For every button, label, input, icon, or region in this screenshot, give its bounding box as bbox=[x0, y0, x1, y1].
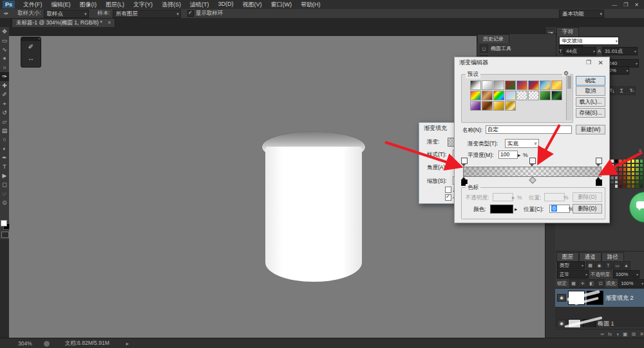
blend-mode-dropdown[interactable]: 正常 bbox=[557, 270, 589, 279]
arrows-widget-icon[interactable]: ↔ bbox=[21, 53, 41, 64]
stop-color-arrow[interactable]: ▸ bbox=[515, 206, 517, 212]
gradient-preset-swatch[interactable] bbox=[482, 101, 493, 111]
layers-bottom-icon[interactable]: ✕ bbox=[639, 331, 644, 337]
menu-item[interactable]: 视图(V) bbox=[238, 1, 267, 9]
tool-brush[interactable]: ✐ bbox=[0, 90, 9, 99]
status-chevron-icon[interactable]: ▸ bbox=[126, 340, 129, 347]
lock-icon[interactable]: ✛ bbox=[578, 279, 587, 288]
font-family-field[interactable]: 华文琥珀 bbox=[559, 37, 619, 45]
gradient-preset-swatch[interactable] bbox=[493, 101, 504, 111]
filter-icon[interactable]: T bbox=[604, 261, 612, 270]
sample-dropdown[interactable]: 所有图层 bbox=[113, 10, 181, 18]
tool-eraser[interactable]: ▱ bbox=[0, 117, 9, 126]
menu-item[interactable]: 滤镜(T) bbox=[185, 1, 214, 9]
smoothness-field[interactable]: 100 bbox=[498, 151, 518, 159]
text-style-button[interactable]: T̲ bbox=[617, 86, 626, 95]
document-tab[interactable]: 未标题-1 @ 304%(椭圆 1, RGB/8) * × bbox=[12, 18, 115, 27]
cancel-button[interactable]: 取消 bbox=[576, 86, 605, 96]
tool-pen[interactable]: ✒ bbox=[0, 153, 9, 162]
tool-zoom[interactable]: ⊙ bbox=[0, 198, 9, 207]
gradient-preset-swatch[interactable] bbox=[516, 80, 527, 90]
gradient-preset-swatch[interactable] bbox=[528, 91, 539, 100]
layers-bottom-icon[interactable]: ◑ bbox=[616, 331, 619, 337]
layers-tab[interactable]: 通道 bbox=[579, 252, 601, 262]
tool-eyedropper[interactable]: ✑ bbox=[0, 72, 9, 81]
lock-icon[interactable]: ⊡ bbox=[596, 279, 605, 288]
gradient-preset-swatch[interactable] bbox=[470, 101, 481, 111]
tool-healing[interactable]: ✚ bbox=[0, 81, 9, 90]
presets-scrollbar[interactable] bbox=[566, 75, 572, 120]
menu-item[interactable]: 选择(S) bbox=[157, 1, 185, 9]
opacity-stop-left[interactable] bbox=[461, 158, 468, 164]
menu-item[interactable]: 编辑(E) bbox=[47, 1, 75, 9]
hand-widget-icon[interactable]: ✐ bbox=[21, 41, 41, 53]
font-size-field[interactable]: 44点 bbox=[564, 47, 596, 55]
gradient-preset-swatch[interactable] bbox=[551, 80, 562, 90]
stop-color-swatch[interactable] bbox=[490, 205, 513, 214]
tool-shape[interactable]: ◻ bbox=[0, 180, 9, 189]
gradient-preset-swatch[interactable] bbox=[470, 91, 481, 100]
tool-quick-select[interactable]: ✶ bbox=[0, 54, 9, 63]
smoothness-spinner[interactable]: ▸ bbox=[518, 152, 520, 158]
history-item[interactable]: ◻ 椭圆工具 bbox=[477, 43, 556, 54]
tab-character[interactable]: 字符 bbox=[556, 27, 579, 37]
layers-tab[interactable]: 路径 bbox=[601, 252, 624, 262]
tool-type[interactable]: T bbox=[0, 162, 9, 171]
filter-icon[interactable]: ▦ bbox=[586, 261, 594, 270]
tool-blur[interactable]: ○ bbox=[0, 135, 9, 144]
menu-item[interactable]: 文件(F) bbox=[19, 1, 47, 9]
tool-move[interactable]: ✥ bbox=[0, 27, 9, 36]
layer-row-gradient-fill[interactable]: ◉ 渐变填充 2 bbox=[555, 289, 644, 307]
opacity-field[interactable]: 100% bbox=[613, 270, 639, 279]
layer-row-ellipse[interactable]: ◉ 椭圆 1 bbox=[555, 318, 644, 327]
tool-hand[interactable]: ☞ bbox=[0, 189, 9, 198]
floating-tool-widget[interactable]: •• ✐ ↔ bbox=[21, 37, 41, 68]
gradient-preset-swatch[interactable] bbox=[482, 91, 493, 100]
opacity-stop-right[interactable] bbox=[596, 158, 602, 164]
gradient-preset-swatch[interactable] bbox=[551, 91, 562, 100]
eyedropper-tool-icon[interactable]: ✑ bbox=[4, 10, 8, 17]
gradient-preset-swatch[interactable] bbox=[470, 80, 481, 90]
tool-crop[interactable]: ⌗ bbox=[0, 63, 9, 72]
presets-scrollbar-thumb[interactable] bbox=[567, 76, 571, 89]
text-style-button[interactable]: T̶ bbox=[627, 86, 636, 95]
color-stop-right[interactable] bbox=[596, 179, 602, 186]
sample-size-dropdown[interactable]: 取样点 bbox=[44, 10, 89, 18]
gradient-type-dropdown[interactable]: 实底 bbox=[505, 139, 539, 148]
color-swatch[interactable] bbox=[639, 184, 644, 188]
zoom-level[interactable]: 304% bbox=[18, 340, 32, 347]
position-c-field[interactable]: 0 bbox=[549, 205, 570, 213]
align-checkbox[interactable] bbox=[445, 194, 451, 201]
visibility-eye-icon[interactable]: ◉ bbox=[557, 294, 566, 302]
layers-bottom-icon[interactable]: ⊞ bbox=[632, 331, 636, 337]
panel-menu-icon[interactable]: ≡ bbox=[639, 148, 642, 154]
gradient-preset-swatch[interactable] bbox=[516, 91, 527, 100]
leading-field[interactable]: 31.01点 bbox=[602, 47, 638, 55]
layer-name[interactable]: 渐变填充 2 bbox=[605, 294, 634, 302]
gradient-preset-swatch[interactable] bbox=[505, 91, 516, 100]
name-field[interactable]: 自定 bbox=[486, 125, 572, 134]
tool-history-brush[interactable]: ↺ bbox=[0, 108, 9, 117]
foreground-color-swatch[interactable] bbox=[1, 220, 7, 226]
load-button[interactable]: 载入(L)... bbox=[576, 97, 605, 107]
filter-icon[interactable]: ▭ bbox=[613, 261, 621, 270]
tool-marquee[interactable]: ▭ bbox=[0, 36, 9, 45]
minimize-icon[interactable]: — bbox=[612, 2, 617, 8]
layers-bottom-icon[interactable]: ▣ bbox=[623, 331, 628, 337]
quick-mask-button[interactable] bbox=[1, 232, 9, 238]
tool-clone-stamp[interactable]: ⌖ bbox=[0, 99, 9, 108]
close-icon[interactable]: ✕ bbox=[634, 2, 639, 8]
midpoint-diamond[interactable] bbox=[529, 176, 536, 183]
fill-field[interactable]: 100% bbox=[618, 279, 644, 288]
tool-lasso[interactable]: ∿ bbox=[0, 45, 9, 54]
layers-bottom-icon[interactable]: fx bbox=[608, 331, 612, 337]
delete-color-button[interactable]: 删除(D) bbox=[573, 204, 602, 214]
tab-close-icon[interactable]: × bbox=[108, 19, 111, 26]
tool-gradient[interactable]: ▤ bbox=[0, 126, 9, 135]
gradient-preset-swatch[interactable] bbox=[540, 80, 551, 90]
gradient-preset-swatch[interactable] bbox=[505, 101, 516, 111]
gradient-preset-swatch[interactable] bbox=[482, 80, 493, 90]
new-button[interactable]: 新建(W) bbox=[576, 125, 605, 134]
lock-icon[interactable]: ▦ bbox=[569, 279, 578, 288]
workspace-dropdown[interactable]: 基本功能 bbox=[559, 10, 604, 18]
